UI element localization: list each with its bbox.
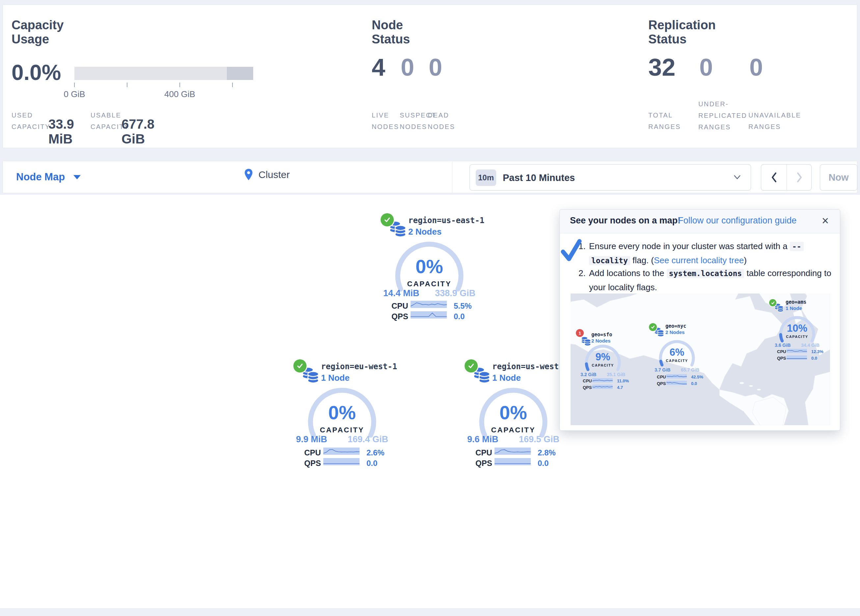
qps-value: 4.7 bbox=[617, 385, 623, 390]
configuration-guide-link[interactable]: Follow our configuration guide bbox=[678, 216, 796, 226]
region-card-header: region=us-west-1 1 Node bbox=[492, 361, 568, 384]
region-name: geo=ams bbox=[786, 299, 806, 306]
region-node-count: 1 Node bbox=[321, 372, 397, 384]
qps-sparkline bbox=[411, 311, 447, 318]
used-capacity-value: 33.9 MiB bbox=[49, 117, 74, 146]
time-range-dropdown[interactable]: 10m Past 10 Minutes bbox=[469, 164, 751, 191]
step-number: 2. bbox=[579, 266, 589, 294]
breadcrumb[interactable]: Cluster bbox=[244, 168, 290, 181]
cpu-label: CPU bbox=[657, 375, 666, 379]
mini-card-header: geo=sfo 2 Nodes bbox=[591, 331, 612, 343]
under-replicated-label: UNDER-REPLICATED RANGES bbox=[698, 99, 746, 133]
time-range-badge: 10m bbox=[476, 169, 496, 186]
time-pager bbox=[761, 164, 811, 191]
capacity-caption: CAPACITY bbox=[583, 363, 623, 367]
step-text: Add locations to the system.locations ta… bbox=[589, 266, 835, 294]
capacity-caption: CAPACITY bbox=[464, 426, 563, 434]
map-pin-icon bbox=[244, 168, 253, 181]
mini-card-header: geo=nyc 2 Nodes bbox=[665, 323, 686, 335]
qps-label: QPS bbox=[583, 385, 592, 390]
capacity-axis-label-0: 0 GiB bbox=[55, 89, 94, 99]
breadcrumb-label: Cluster bbox=[259, 169, 290, 180]
time-forward-button[interactable] bbox=[787, 165, 812, 190]
cpu-sparkline bbox=[786, 349, 807, 353]
cpu-label: CPU bbox=[777, 349, 786, 354]
dead-nodes-count: 0 bbox=[429, 55, 442, 80]
cpu-label: CPU bbox=[476, 448, 492, 458]
region-name: geo=nyc bbox=[665, 323, 686, 329]
region-usable-capacity: 169.4 GiB bbox=[348, 434, 388, 445]
used-capacity-label: USED CAPACITY bbox=[11, 110, 51, 133]
region-usable-capacity: 169.5 GiB bbox=[519, 434, 559, 445]
region-usable-capacity: 34.4 GiB bbox=[801, 343, 819, 348]
cpu-value: 11.0% bbox=[617, 378, 629, 383]
region-name: region=us-west-1 bbox=[492, 361, 568, 372]
under-replicated-count: 0 bbox=[699, 55, 713, 80]
close-icon[interactable]: × bbox=[822, 215, 829, 227]
cpu-sparkline bbox=[411, 301, 447, 308]
healthy-check-icon bbox=[293, 359, 306, 373]
qps-sparkline bbox=[323, 458, 359, 465]
qps-label: QPS bbox=[476, 459, 492, 468]
region-used-capacity: 9.9 MiB bbox=[296, 434, 327, 445]
capacity-percent: 6% bbox=[657, 347, 697, 358]
unavailable-count: 0 bbox=[749, 55, 763, 80]
region-node-count: 2 Nodes bbox=[665, 329, 686, 335]
capacity-axis-tick bbox=[127, 83, 127, 87]
region-used-capacity: 9.6 MiB bbox=[467, 434, 499, 445]
total-ranges-label: TOTAL RANGES bbox=[648, 110, 688, 133]
region-usable-capacity: 35.1 GiB bbox=[607, 372, 625, 377]
capacity-axis-label-400: 400 GiB bbox=[160, 89, 199, 99]
cpu-value: 5.5% bbox=[454, 301, 472, 310]
qps-label: QPS bbox=[657, 381, 666, 386]
capacity-caption: CAPACITY bbox=[657, 359, 697, 363]
region-used-capacity: 14.4 MiB bbox=[383, 288, 419, 298]
qps-label: QPS bbox=[304, 459, 321, 468]
region-name: region=us-east-1 bbox=[408, 215, 484, 226]
qps-label: QPS bbox=[391, 312, 408, 321]
region-name: region=eu-west-1 bbox=[321, 361, 397, 372]
mini-card-header: geo=ams 1 Node bbox=[786, 299, 806, 311]
popup-title: See your nodes on a map! bbox=[570, 216, 681, 226]
view-selector-dropdown[interactable]: Node Map bbox=[16, 171, 81, 183]
locality-tree-link[interactable]: See current locality tree bbox=[654, 255, 744, 265]
region-node-count: 1 Node bbox=[492, 372, 568, 384]
capacity-percent: 9% bbox=[583, 351, 623, 363]
cpu-label: CPU bbox=[583, 378, 592, 383]
cpu-value: 12.3% bbox=[811, 349, 824, 354]
capacity-percent: 0% bbox=[293, 403, 391, 423]
qps-sparkline bbox=[494, 458, 531, 465]
qps-value: 0.0 bbox=[454, 312, 465, 321]
dead-nodes-label: DEAD NODES bbox=[428, 110, 464, 133]
cpu-sparkline bbox=[323, 448, 359, 455]
qps-label: QPS bbox=[777, 356, 786, 361]
map-toolbar: Node Map Cluster 10m Past 10 Minutes bbox=[3, 161, 857, 193]
cpu-value: 2.8% bbox=[538, 448, 556, 458]
region-used-capacity: 3.7 GiB bbox=[654, 367, 670, 373]
example-node-map-image: 1 geo=sfo 2 Nodes 9% CAPACITY 3.2 GiB 35… bbox=[571, 293, 830, 425]
cpu-sparkline bbox=[494, 448, 531, 455]
chevron-down-icon bbox=[74, 175, 81, 179]
step-text: Ensure every node in your cluster was st… bbox=[589, 239, 835, 268]
node-status-title: Node Status bbox=[372, 18, 410, 46]
capacity-caption: CAPACITY bbox=[777, 335, 817, 339]
time-back-button[interactable] bbox=[761, 165, 786, 190]
capacity-percent: 0% bbox=[380, 257, 479, 276]
cpu-value: 42.5% bbox=[691, 375, 703, 379]
chevron-down-icon bbox=[733, 174, 741, 180]
setup-step-2: 2. Add locations to the system.locations… bbox=[579, 266, 835, 294]
capacity-bar-track bbox=[74, 67, 253, 80]
healthy-check-icon bbox=[381, 213, 394, 226]
locality-flag-code: locality bbox=[589, 256, 630, 265]
cpu-sparkline bbox=[666, 374, 687, 378]
region-usable-capacity: 338.9 GiB bbox=[435, 288, 476, 298]
qps-value: 0.0 bbox=[538, 459, 549, 468]
region-node-count: 2 Nodes bbox=[591, 338, 612, 343]
unavailable-label: UNAVAILABLE RANGES bbox=[749, 110, 801, 133]
now-button[interactable]: Now bbox=[820, 164, 857, 191]
region-card-header: region=us-east-1 2 Nodes bbox=[408, 215, 484, 238]
qps-sparkline bbox=[666, 381, 687, 385]
region-used-capacity: 3.2 GiB bbox=[581, 372, 596, 377]
view-selector-label: Node Map bbox=[16, 171, 65, 183]
toolbar-divider bbox=[452, 161, 452, 193]
